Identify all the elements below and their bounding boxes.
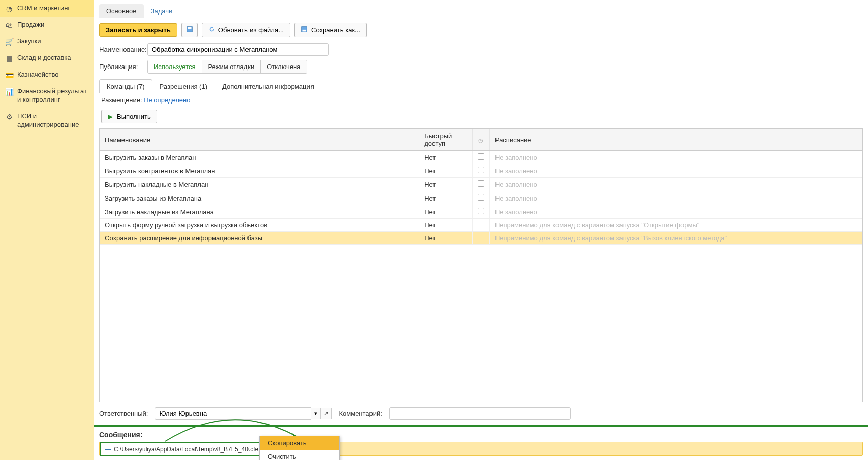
placement-label: Размещение: [101,96,142,104]
sidebar-item-crm[interactable]: ◔ CRM и маркетинг [0,0,94,17]
cell-schedule: Не заполнено [489,205,862,219]
save-close-button[interactable]: Записать и закрыть [99,23,177,37]
name-row: Наименование: [94,41,868,58]
cell-checkbox[interactable] [472,164,489,178]
checkbox-icon [478,194,484,201]
save-icon [186,26,193,34]
checkbox-icon [478,167,484,173]
context-menu: Скопировать Очистить [259,436,340,460]
update-from-file-button[interactable]: Обновить из файла... [202,23,290,37]
sidebar-item-purchases[interactable]: 🛒 Закупки [0,33,94,50]
open-button[interactable]: ↗ [321,408,332,419]
sidebar-item-label: Казначейство [17,71,58,79]
table-row[interactable]: Загрузить заказы из МегапланаНетНе запол… [100,191,862,205]
subtab-permissions[interactable]: Разрешения (1) [152,79,215,93]
message-bar: — C:\Users\yuliya\AppData\Local\Temp\v8_… [99,442,863,456]
message-item[interactable]: — C:\Users\yuliya\AppData\Local\Temp\v8_… [100,442,263,456]
sidebar-item-label: Финансовый результат и контроллинг [17,87,89,104]
save-button[interactable] [181,23,198,37]
execute-button[interactable]: ▶ Выполнить [101,110,157,123]
placement-row: Размещение: Не определено [94,93,868,107]
dash-icon: — [105,446,111,453]
pub-used[interactable]: Используется [148,60,202,73]
responsible-label: Ответственный: [99,410,148,417]
svg-rect-1 [188,27,191,29]
toolbar: Записать и закрыть Обновить из файла... … [94,18,868,41]
execute-row: ▶ Выполнить [94,107,868,126]
commands-table: Наименование Быстрый доступ ◷ Расписание… [99,128,863,402]
table-row[interactable]: Открыть форму ручной загрузки и выгрузки… [100,219,862,232]
table-row[interactable]: Загрузить накладные из МегапланаНетНе за… [100,205,862,219]
col-name-header[interactable]: Наименование [100,129,419,151]
message-path: C:\Users\yuliya\AppData\Local\Temp\v8_B7… [114,446,258,453]
col-clock-header[interactable]: ◷ [472,129,489,151]
sidebar-item-label: Склад и доставка [17,54,71,62]
pub-debug[interactable]: Режим отладки [202,60,261,73]
pub-off[interactable]: Отключена [261,60,306,73]
subtab-info[interactable]: Дополнительная информация [215,79,322,93]
table-row[interactable]: Выгрузить контрагентов в МегапланНетНе з… [100,164,862,178]
bottom-form: Ответственный: ▾ ↗ Комментарий: [94,402,868,427]
cell-name: Загрузить заказы из Мегаплана [100,191,419,205]
cell-name: Выгрузить заказы в Мегаплан [100,151,419,164]
cell-checkbox[interactable] [472,178,489,191]
dropdown-button[interactable]: ▾ [311,408,321,419]
placement-link[interactable]: Не определено [144,96,190,104]
checkbox-icon [478,153,484,160]
cell-schedule: Неприменимо для команд с вариантом запус… [489,219,862,232]
cell-name: Выгрузить контрагентов в Мегаплан [100,164,419,178]
comment-input[interactable] [389,407,571,420]
button-label: Выполнить [117,113,151,120]
cell-name: Открыть форму ручной загрузки и выгрузки… [100,219,419,232]
pie-icon: ◔ [5,5,13,13]
cell-checkbox[interactable] [472,232,489,245]
col-quick-header[interactable]: Быстрый доступ [419,129,473,151]
play-icon: ▶ [108,113,113,120]
cell-checkbox[interactable] [472,151,489,164]
col-schedule-header[interactable]: Расписание [489,129,862,151]
sidebar-item-sales[interactable]: 🛍 Продажи [0,17,94,33]
table-row[interactable]: Сохранить расширение для информационной … [100,232,862,245]
publication-label: Публикация: [99,63,142,71]
subtab-commands[interactable]: Команды (7) [99,79,152,93]
cart-icon: 🛒 [5,38,13,46]
grid-icon: ▦ [5,54,13,62]
save-as-button[interactable]: Сохранить как... [294,23,367,37]
name-label: Наименование: [99,46,142,53]
tab-tasks[interactable]: Задачи [144,4,180,18]
cell-checkbox[interactable] [472,205,489,219]
table-row[interactable]: Выгрузить заказы в МегапланНетНе заполне… [100,151,862,164]
cell-checkbox[interactable] [472,191,489,205]
sidebar-item-treasury[interactable]: 💳 Казначейство [0,67,94,83]
sidebar-item-warehouse[interactable]: ▦ Склад и доставка [0,50,94,67]
cell-name: Сохранить расширение для информационной … [100,232,419,245]
cell-quick: Нет [419,219,473,232]
chart-icon: 📊 [5,88,13,96]
tab-main[interactable]: Основное [99,4,144,18]
cell-quick: Нет [419,232,473,245]
cell-quick: Нет [419,191,473,205]
sidebar-item-label: CRM и маркетинг [17,4,70,13]
checkbox-icon [478,208,484,214]
publication-row: Публикация: Используется Режим отладки О… [94,58,868,76]
button-label: Сохранить как... [311,26,360,34]
cell-quick: Нет [419,205,473,219]
messages-label: Сообщения: [99,431,863,439]
gear-icon: ⚙ [5,113,13,121]
table-row[interactable]: Выгрузить накладные в МегапланНетНе запо… [100,178,862,191]
cell-checkbox[interactable] [472,219,489,232]
responsible-input[interactable] [155,407,311,420]
sidebar-item-label: Продажи [17,21,44,29]
comment-label: Комментарий: [339,410,382,417]
button-label: Обновить из файла... [218,26,284,34]
cell-schedule: Не заполнено [489,151,862,164]
cell-name: Загрузить накладные из Мегаплана [100,205,419,219]
bag-icon: 🛍 [5,21,13,29]
card-icon: 💳 [5,71,13,79]
context-copy[interactable]: Скопировать [260,436,339,450]
sidebar-item-admin[interactable]: ⚙ НСИ и администрирование [0,108,94,134]
clock-icon: ◷ [478,137,483,143]
context-clear[interactable]: Очистить [260,450,339,460]
sidebar-item-finance[interactable]: 📊 Финансовый результат и контроллинг [0,83,94,108]
name-input[interactable] [147,43,329,56]
